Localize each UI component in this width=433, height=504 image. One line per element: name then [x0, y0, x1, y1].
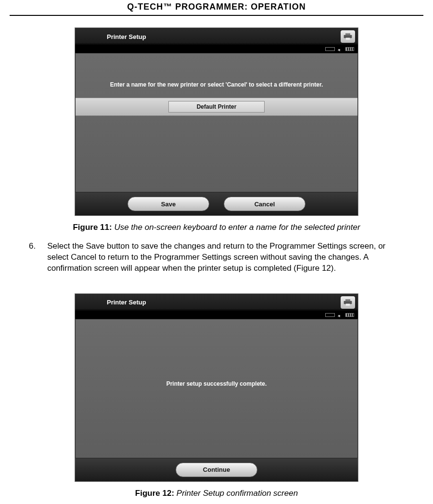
- sd-card-icon: [325, 47, 335, 51]
- continue-button[interactable]: Continue: [176, 463, 257, 477]
- wifi-icon: [338, 313, 343, 317]
- figure12-label: Figure 12:: [135, 489, 174, 498]
- svg-rect-0: [344, 35, 352, 38]
- figure12-caption: Figure 12: Printer Setup confirmation sc…: [10, 489, 423, 498]
- printer-name-input[interactable]: Default Printer: [168, 101, 265, 113]
- svg-rect-5: [346, 303, 350, 305]
- step-text: Select the Save button to save the chang…: [47, 241, 396, 274]
- sd-card-icon: [325, 313, 335, 317]
- cancel-button[interactable]: Cancel: [224, 197, 306, 211]
- figure11-caption: Figure 11: Use the on-screen keyboard to…: [10, 223, 423, 232]
- svg-rect-2: [346, 38, 350, 40]
- screen-content: Enter a name for the new printer or sele…: [75, 53, 358, 192]
- screen-title: Printer Setup: [107, 299, 146, 306]
- printer-icon: [341, 30, 355, 43]
- figure12-screenshot: Printer Setup Printer setup successfully…: [75, 293, 358, 482]
- svg-rect-1: [345, 33, 350, 35]
- screen-titlebar: Printer Setup: [75, 294, 358, 311]
- input-row: Default Printer: [76, 98, 357, 116]
- wifi-icon: [338, 47, 343, 51]
- battery-icon: [345, 313, 354, 317]
- figure11-label: Figure 11:: [73, 223, 112, 232]
- save-button[interactable]: Save: [127, 197, 209, 211]
- button-bar: Save Cancel: [75, 192, 358, 215]
- svg-rect-3: [344, 301, 352, 304]
- confirmation-message: Printer setup successfully complete.: [166, 380, 267, 387]
- status-bar: [75, 311, 358, 319]
- button-bar: Continue: [75, 458, 358, 481]
- battery-icon: [345, 47, 354, 51]
- svg-rect-4: [345, 299, 350, 301]
- screen-title: Printer Setup: [107, 33, 146, 40]
- screen-content: Printer setup successfully complete.: [75, 319, 358, 458]
- screen-titlebar: Printer Setup: [75, 28, 358, 45]
- figure11-caption-text: Use the on-screen keyboard to enter a na…: [114, 223, 360, 232]
- step-number: 6.: [29, 241, 36, 274]
- status-bar: [75, 45, 358, 53]
- printer-icon: [341, 296, 355, 309]
- step-6: 6. Select the Save button to save the ch…: [10, 241, 423, 274]
- figure11-screenshot: Printer Setup Enter a name for the new p…: [75, 27, 358, 216]
- page-section-header: Q-TECH™ PROGRAMMER: OPERATION: [10, 0, 423, 16]
- figure12-caption-text: Printer Setup confirmation screen: [177, 489, 298, 498]
- prompt-text: Enter a name for the new printer or sele…: [76, 81, 357, 88]
